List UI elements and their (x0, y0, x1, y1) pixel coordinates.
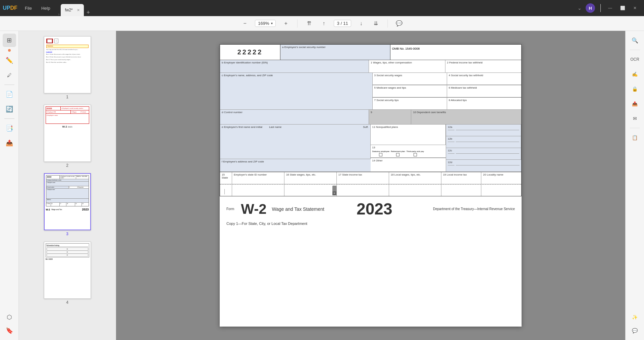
box11-cell[interactable]: 11 Nonqualified plans (371, 125, 446, 145)
box15-state-label: 15 State (222, 173, 230, 179)
box12d-label: 12d (448, 161, 520, 164)
box17-cell[interactable]: 17 State income tax (337, 172, 389, 184)
zoom-display[interactable]: 169% ▾ (255, 20, 276, 27)
box18-cell[interactable]: 18 Local wages, tips, etc. (389, 172, 441, 184)
form-row-2: b Employer identification number (EIN) 1… (220, 60, 521, 73)
pdf-content-area[interactable]: 22222 a Employee's social security numbe… (116, 31, 625, 340)
box1-cell[interactable]: 1 Wages, tips, other compensation (369, 60, 445, 72)
box2-cell[interactable]: 2 Federal income tax withheld (445, 60, 522, 72)
share-icon[interactable]: 📤 (628, 97, 642, 110)
field-d-cell[interactable]: d Control number (220, 110, 369, 124)
help-menu[interactable]: Help (37, 0, 55, 16)
annotate-icon[interactable]: 🖊 (3, 68, 16, 82)
box18-2-cell[interactable] (389, 185, 441, 196)
field-f-cell[interactable]: f Employee's address and ZIP code (220, 159, 371, 172)
box16-cell[interactable]: 16 State wages, tips, etc. (284, 172, 337, 184)
zoom-out-button[interactable]: − (240, 19, 250, 28)
redact-icon[interactable]: 🔒 (628, 82, 642, 96)
mail-icon[interactable]: ✉ (628, 112, 642, 125)
retirement-check[interactable]: Retirement plan (391, 150, 405, 156)
box13-label: 13 (372, 146, 444, 149)
minimize-button[interactable]: — (606, 6, 614, 10)
box3-cell[interactable]: 3 Social security wages (373, 73, 447, 85)
avatar[interactable]: H (586, 3, 595, 13)
field-b-cell[interactable]: b Employer identification number (EIN) (220, 60, 369, 72)
zoom-dropdown-icon: ▾ (271, 21, 273, 25)
box9-label: 9 (371, 111, 372, 114)
statutory-check[interactable]: Statutory employee (372, 150, 390, 156)
zoom-in-button[interactable]: + (281, 19, 290, 28)
thirdparty-check[interactable]: Third-party sick pay (407, 150, 424, 156)
box17-2-cell[interactable] (337, 185, 389, 196)
box19-2-cell[interactable] (441, 185, 482, 196)
statutory-checkbox[interactable] (379, 153, 382, 156)
box14-cell[interactable]: 14 Other (371, 158, 446, 172)
box12b-cell[interactable]: 12b (446, 136, 521, 148)
thumbnail-2[interactable]: 22222 a Employee's social security numbe… (44, 105, 91, 168)
box20-cell[interactable]: 20 Locality name (481, 172, 521, 184)
box12d-cell[interactable]: 12d (446, 160, 521, 172)
ocr-icon[interactable]: OCR (628, 53, 642, 66)
active-tab[interactable]: fw2* ✕ (61, 4, 84, 16)
last-page-button[interactable]: ⇊ (371, 19, 381, 28)
retirement-checkbox[interactable] (396, 153, 399, 156)
main-area: ⊞ ✏️ 🖊 📄 🔄 📑 📤 ⬡ 🔖 ≡ (0, 31, 644, 340)
view-icon[interactable]: ⊞ (3, 34, 16, 47)
tab-close-button[interactable]: ✕ (77, 8, 80, 12)
box15-state2-cell[interactable] (220, 185, 232, 196)
box4-cell[interactable]: 4 Social security tax withheld (447, 73, 521, 85)
field-c-cell[interactable]: c Employer's name, address, and ZIP code (220, 73, 373, 109)
bookmark-icon[interactable]: 🔖 (3, 324, 16, 337)
scroll-plus-button[interactable]: + (332, 191, 336, 195)
box20-2-cell[interactable] (481, 185, 521, 196)
box9-cell[interactable]: 9 (369, 110, 411, 124)
add-tab-button[interactable]: + (87, 9, 90, 16)
box5-cell[interactable]: 5 Medicare wages and tips (373, 85, 447, 97)
maximize-button[interactable]: ⬜ (618, 6, 627, 10)
box19-cell[interactable]: 19 Local income tax (441, 172, 482, 184)
box10-cell[interactable]: 10 Dependent care benefits (411, 110, 521, 124)
box16-2-cell[interactable]: + (284, 185, 337, 196)
chat-icon[interactable]: 💬 (628, 324, 642, 337)
extract-icon[interactable]: 📤 (3, 136, 16, 150)
stamp-icon[interactable]: 📋 (628, 131, 642, 144)
thumb-label-3: 3 (66, 232, 68, 236)
box12c-cell[interactable]: 12c (446, 148, 521, 160)
file-menu[interactable]: File (20, 0, 37, 16)
ai-icon[interactable]: ✨ (628, 310, 642, 324)
first-page-button[interactable]: ⇈ (304, 19, 314, 28)
close-button[interactable]: ✕ (631, 6, 639, 10)
box15-ein2-cell[interactable] (232, 185, 284, 196)
box7-cell[interactable]: 7 Social security tips (373, 98, 447, 109)
box13-inner[interactable]: 13 Statutory employee Retirement plan (371, 145, 446, 157)
prev-page-button[interactable]: ↑ (319, 19, 328, 28)
next-page-button[interactable]: ↓ (357, 19, 366, 28)
field-e-cell[interactable]: e Employee's first name and initial Last… (220, 125, 371, 159)
box8-cell[interactable]: 8 Allocated tips (447, 98, 521, 109)
search-icon[interactable]: 🔍 (628, 34, 642, 47)
box15-ein-cell[interactable]: Employer's state ID number (232, 172, 284, 184)
box6-cell[interactable]: 6 Medicare tax withheld (447, 85, 521, 97)
organize-icon[interactable]: 📑 (3, 122, 16, 135)
edit-icon[interactable]: ✏️ (3, 54, 16, 67)
dropdown-icon[interactable]: ⌄ (578, 5, 582, 11)
thumbnail-1[interactable]: ≡ Attention You may use this Form W-2 if… (44, 36, 91, 99)
sign-icon[interactable]: ✍ (628, 67, 642, 81)
box4-label: 4 Social security tax withheld (449, 74, 520, 77)
field-e-label: e Employee's first name and initial (222, 126, 262, 129)
thumbnail-3[interactable]: 22222 a Employee's social security numbe… (44, 173, 91, 236)
pages-icon[interactable]: 📄 (3, 88, 16, 101)
thirdparty-checkbox[interactable] (414, 153, 417, 156)
app-logo: UPDF (0, 0, 20, 16)
comment-button[interactable]: 💬 (394, 19, 404, 28)
box12c-label: 12c (448, 149, 519, 152)
box2-label: 2 Federal income tax withheld (447, 61, 520, 64)
layers-icon[interactable]: ⬡ (3, 310, 16, 324)
convert-icon[interactable]: 🔄 (3, 102, 16, 116)
right-bottom-icons: ✨ 💬 (628, 310, 642, 337)
box12a-cell[interactable]: 12a (446, 125, 521, 136)
field-a-cell[interactable]: a Employee's social security number (280, 45, 390, 60)
box15-state-cell[interactable]: 15 State (220, 172, 232, 184)
tab-arrow-left[interactable]: › (58, 12, 60, 16)
thumbnail-4[interactable]: Schedule listing W-2 2023 4 (44, 242, 91, 305)
